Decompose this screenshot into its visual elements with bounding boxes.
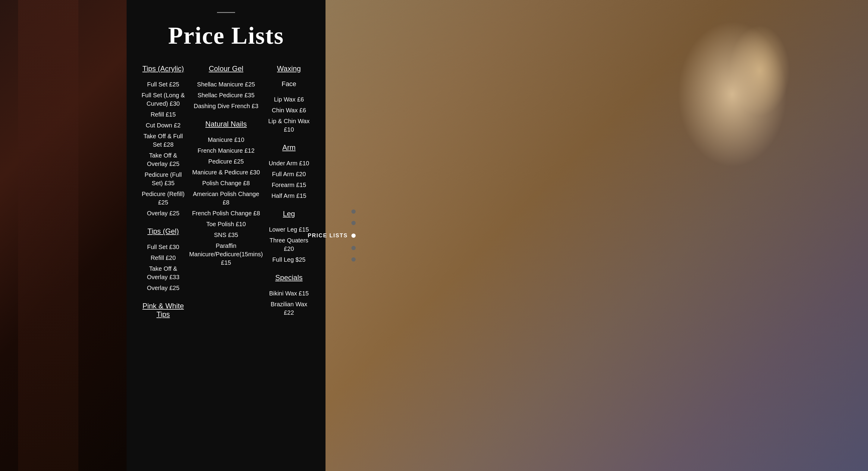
- price-dashing-dive: Dashing Dive French £3: [194, 102, 258, 110]
- price-manicure-pedicure: Manicure & Pedicure £30: [192, 168, 260, 176]
- price-shellac-manicure: Shellac Manicure £25: [197, 80, 255, 89]
- price-chin-wax: Chin Wax £6: [272, 106, 306, 114]
- price-half-arm: Half Arm £15: [272, 192, 307, 200]
- price-under-arm: Under Arm £10: [269, 159, 309, 167]
- price-manicure: Manicure £10: [208, 136, 244, 144]
- price-lip-chin-wax: Lip & Chin Wax £10: [266, 117, 312, 134]
- nav-dot-item-active[interactable]: PRICE LISTS: [308, 233, 355, 239]
- navigation-dots: PRICE LISTS: [308, 210, 355, 262]
- nav-dot-item-1[interactable]: [351, 210, 355, 214]
- price-french-polish: French Polish Change £8: [192, 209, 260, 217]
- nav-dot-5[interactable]: [351, 258, 355, 262]
- price-bikini-wax: Bikini Wax £15: [269, 289, 309, 298]
- heading-pink-white-tips: Pink & White Tips: [140, 302, 186, 318]
- price-brazilian-wax: Brazilian Wax £22: [266, 300, 312, 317]
- price-full-leg: Full Leg $25: [273, 256, 306, 264]
- background-left-inner: [18, 0, 79, 471]
- price-overlay-acrylic: Overlay £25: [147, 209, 179, 217]
- column-middle: Colour Gel Shellac Manicure £25 Shellac …: [188, 64, 265, 453]
- price-list-panel: Price Lists Tips (Acrylic) Full Set £25 …: [127, 0, 326, 471]
- price-refill: Refill £15: [151, 110, 176, 119]
- price-cut-down: Cut Down £2: [146, 121, 181, 130]
- heading-tips-gel: Tips (Gel): [147, 227, 179, 236]
- price-toe-polish: Toe Polish £10: [206, 220, 246, 228]
- nav-dot-1[interactable]: [351, 210, 355, 214]
- heading-natural-nails: Natural Nails: [205, 120, 247, 128]
- price-paraffin: Paraffin Manicure/Pedicure(15mins) £15: [189, 241, 263, 267]
- nav-dot-item-5[interactable]: [351, 258, 355, 262]
- heading-waxing: Waxing: [277, 64, 301, 73]
- price-pedicure-refill: Pedicure (Refill) £25: [140, 190, 186, 207]
- top-decorative-line: [217, 12, 235, 13]
- price-lower-leg: Lower Leg £15: [269, 225, 309, 234]
- price-polish-change: Polish Change £8: [202, 179, 250, 187]
- price-shellac-pedicure: Shellac Pedicure £35: [198, 91, 255, 99]
- price-take-off-full: Take Off & Full Set £28: [140, 132, 186, 149]
- price-columns: Tips (Acrylic) Full Set £25 Full Set (Lo…: [133, 64, 319, 453]
- heading-face: Face: [281, 80, 296, 88]
- heading-leg: Leg: [283, 210, 295, 218]
- person-photo-overlay: [326, 0, 868, 471]
- price-lip-wax: Lip Wax £6: [274, 95, 304, 104]
- price-three-quarters: Three Quaters £20: [266, 236, 312, 253]
- price-gel-refill: Refill £20: [151, 254, 176, 262]
- price-full-set: Full Set £25: [147, 80, 179, 89]
- nav-dot-4[interactable]: [351, 246, 355, 250]
- heading-arm: Arm: [282, 143, 296, 152]
- nav-dot-active[interactable]: [351, 233, 355, 238]
- nav-dot-item-4[interactable]: [351, 246, 355, 250]
- price-pedicure-full: Pedicure (Full Set) £35: [140, 170, 186, 187]
- price-american-polish: American Polish Change £8: [189, 190, 263, 207]
- price-take-off-overlay: Take Off & Overlay £25: [140, 151, 186, 168]
- column-right: Waxing Face Lip Wax £6 Chin Wax £6 Lip &…: [264, 64, 313, 453]
- price-pedicure-natural: Pedicure £25: [208, 157, 244, 166]
- price-full-arm: Full Arm £20: [272, 170, 306, 178]
- nav-dot-active-label: PRICE LISTS: [308, 233, 348, 239]
- nav-dot-item-2[interactable]: [351, 221, 355, 225]
- heading-colour-gel: Colour Gel: [209, 64, 244, 73]
- background-right: [326, 0, 868, 471]
- price-french-manicure: French Manicure £12: [198, 146, 255, 155]
- background-left: [0, 0, 127, 471]
- price-gel-full-set: Full Set £30: [147, 243, 179, 251]
- heading-tips-acrylic: Tips (Acrylic): [142, 64, 184, 73]
- nav-dot-2[interactable]: [351, 221, 355, 225]
- heading-specials: Specials: [275, 273, 303, 282]
- page-title: Price Lists: [168, 22, 284, 49]
- price-forearm: Forearm £15: [272, 181, 306, 189]
- price-gel-overlay: Overlay £25: [147, 284, 179, 292]
- column-left: Tips (Acrylic) Full Set £25 Full Set (Lo…: [138, 64, 188, 453]
- price-full-set-long: Full Set (Long & Curved) £30: [140, 91, 186, 108]
- price-gel-take-off: Take Off & Overlay £33: [140, 264, 186, 281]
- price-sns: SNS £35: [214, 231, 238, 239]
